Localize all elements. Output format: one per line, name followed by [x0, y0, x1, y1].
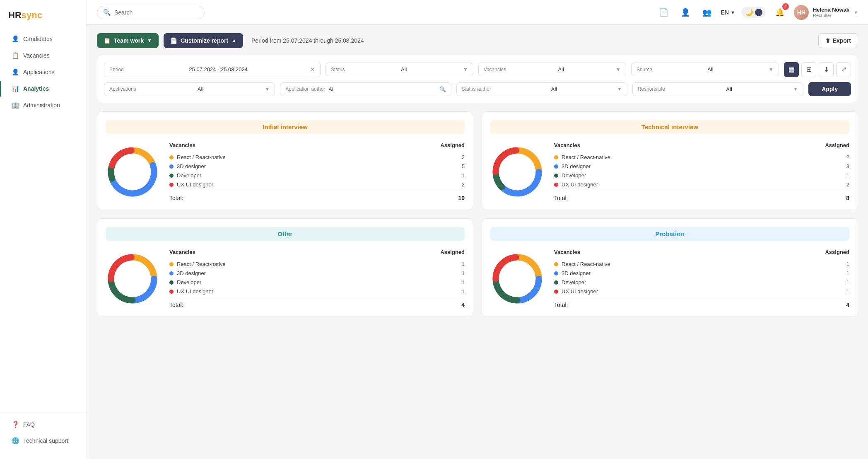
status-filter-value: All [401, 66, 407, 72]
faq-icon: ❓ [12, 421, 19, 428]
legend-item: UX UI designer1 [169, 288, 465, 295]
chart-legend-initial_interview: VacanciesAssignedReact / React-native23D… [169, 142, 465, 201]
expand-button[interactable]: ⤢ [836, 62, 851, 77]
legend-value: 1 [846, 261, 849, 267]
nav-analytics[interactable]: 📊 Analytics [0, 81, 83, 97]
donut-chart-probation [490, 252, 544, 306]
legend-dot [554, 155, 558, 159]
legend-value: 1 [462, 261, 465, 267]
apply-button[interactable]: Apply [808, 82, 851, 96]
sidebar-bottom: ❓ FAQ 🌐 Technical support [0, 413, 87, 452]
teamwork-button[interactable]: 📋 Team work ▼ [97, 33, 159, 48]
nav-vacancies[interactable]: 📋 Vacancies [3, 48, 83, 63]
analytics-icon: 📊 [12, 85, 19, 92]
customize-button[interactable]: 📄 Customize report ▲ [164, 33, 243, 48]
notification-badge: 4 [782, 3, 789, 10]
bar-chart-view-button[interactable]: ▦ [784, 62, 799, 77]
download-button[interactable]: ⬇ [819, 62, 834, 77]
nav-applications[interactable]: 👤 Applications [3, 64, 83, 80]
total-value: 8 [846, 195, 849, 201]
legend-item: 3D designer1 [169, 270, 465, 276]
filters-card: Period 25.07.2024 - 25.08.2024 ✕ Status … [97, 55, 858, 103]
legend-label-text: Developer [177, 279, 201, 285]
legend-label-text: UX UI designer [562, 181, 598, 188]
legend-value: 2 [462, 181, 465, 188]
document-icon[interactable]: 📄 [656, 5, 671, 20]
legend-item: 3D designer1 [554, 270, 849, 276]
legend-dot [554, 164, 558, 169]
period-clear-icon[interactable]: ✕ [310, 65, 315, 73]
legend-value: 1 [846, 279, 849, 285]
vacancies-filter[interactable]: Vacancies All ▼ [478, 63, 626, 76]
search-box[interactable]: 🔍 [97, 6, 205, 19]
vacancies-header: Vacancies [169, 249, 195, 255]
legend-total: Total:10 [169, 192, 465, 201]
export-label: Export [833, 37, 851, 44]
notification-button[interactable]: 🔔 4 [772, 5, 787, 20]
export-button[interactable]: ⬆ Export [818, 33, 858, 48]
support-icon: 🌐 [12, 437, 19, 445]
nav-vacancies-label: Vacancies [23, 52, 50, 59]
period-filter[interactable]: Period 25.07.2024 - 25.08.2024 ✕ [104, 62, 321, 77]
sun-icon [755, 9, 762, 16]
team-icon[interactable]: 👥 [699, 5, 714, 20]
legend-item: Developer1 [554, 279, 849, 285]
period-filter-value: 25.07.2024 - 25.08.2024 [189, 66, 248, 72]
legend-item: React / React-native1 [554, 261, 849, 267]
responsible-filter[interactable]: Responsible All ▼ [632, 82, 803, 96]
vacancies-chevron-icon: ▼ [616, 67, 621, 72]
status-chevron-icon: ▼ [463, 67, 468, 72]
source-filter-value: All [707, 66, 713, 72]
legend-label-text: 3D designer [177, 270, 206, 276]
app-author-filter[interactable]: Application author All 🔍 [280, 82, 451, 96]
app-author-search-icon: 🔍 [439, 86, 446, 92]
legend-value: 2 [462, 154, 465, 160]
legend-item: React / React-native2 [169, 154, 465, 160]
legend-total: Total:4 [554, 299, 849, 308]
view-toggle: ▦ ⊞ ⬇ ⤢ [784, 62, 851, 77]
legend-value: 1 [462, 270, 465, 276]
legend-label-text: React / React-native [562, 261, 610, 267]
chart-legend-offer: VacanciesAssignedReact / React-native13D… [169, 249, 465, 308]
source-filter[interactable]: Source All ▼ [631, 63, 779, 76]
theme-toggle[interactable]: 🌙 [742, 7, 766, 18]
nav-faq[interactable]: ❓ FAQ [3, 417, 83, 432]
teamwork-chevron-icon: ▼ [147, 38, 152, 43]
legend-label-text: 3D designer [177, 163, 206, 169]
export-icon: ⬆ [825, 37, 830, 44]
app-author-filter-value: All [328, 86, 334, 92]
nav-candidates[interactable]: 👤 Candidates [3, 31, 83, 47]
status-filter[interactable]: Status All ▼ [326, 63, 473, 76]
source-chevron-icon: ▼ [769, 67, 774, 72]
legend-value: 2 [846, 181, 849, 188]
vacancies-icon: 📋 [12, 52, 19, 59]
charts-grid: Initial interviewVacanciesAssignedReact … [97, 111, 858, 317]
user-info[interactable]: HN Helena Nowak Recruiter ▼ [794, 5, 858, 20]
applications-filter-label: Applications [109, 86, 136, 92]
status-author-filter[interactable]: Status author All ▼ [456, 82, 627, 96]
legend-label-text: Developer [177, 172, 201, 179]
customize-label: Customize report [181, 37, 228, 44]
total-label: Total: [169, 302, 183, 308]
content-header: 📋 Team work ▼ 📄 Customize report ▲ Perio… [97, 33, 858, 48]
nav-administration[interactable]: 🏢 Administration [3, 97, 83, 113]
donut-chart-initial_interview [106, 145, 159, 199]
nav-support[interactable]: 🌐 Technical support [3, 433, 83, 449]
legend-value: 1 [846, 172, 849, 179]
nav-faq-label: FAQ [23, 421, 35, 428]
search-input[interactable] [114, 9, 198, 16]
legend-header: VacanciesAssigned [554, 142, 849, 150]
teamwork-icon: 📋 [104, 37, 111, 44]
administration-icon: 🏢 [12, 101, 19, 109]
applications-filter[interactable]: Applications All ▼ [104, 82, 275, 96]
legend-item: 3D designer3 [554, 163, 849, 169]
lang-selector[interactable]: EN ▼ [721, 9, 735, 16]
profile-icon[interactable]: 👤 [678, 5, 693, 20]
vacancies-filter-label: Vacancies [484, 67, 506, 72]
total-value: 10 [458, 195, 465, 201]
total-label: Total: [169, 195, 183, 201]
user-details: Helena Nowak Recruiter [813, 7, 849, 18]
legend-label-text: React / React-native [177, 261, 226, 267]
legend-dot [169, 164, 174, 169]
grid-view-button[interactable]: ⊞ [801, 62, 816, 77]
